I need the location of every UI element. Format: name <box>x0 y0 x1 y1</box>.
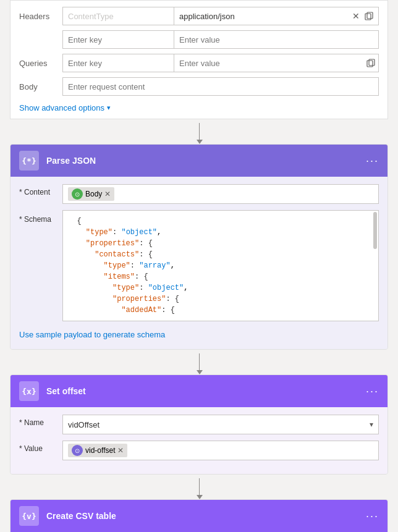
headers-empty-key-input[interactable] <box>62 30 174 49</box>
content-tag-close[interactable]: ✕ <box>104 190 111 198</box>
queries-row: Queries <box>19 54 379 72</box>
main-container: Headers application/json ✕ <box>0 0 398 532</box>
body-label: Body <box>19 82 62 91</box>
headers-label: Headers <box>19 12 62 21</box>
chevron-down-icon: ▾ <box>107 104 111 112</box>
schema-line-2: "type": "object", <box>68 227 373 238</box>
name-value-text: vidOffset <box>68 420 100 429</box>
parse-json-icon: {*} <box>19 151 39 171</box>
parse-json-header: {*} Parse JSON ··· <box>11 145 387 177</box>
queries-key-input[interactable] <box>62 54 174 72</box>
set-offset-header: {x} Set offset ··· <box>11 375 387 407</box>
connector-2 <box>0 350 398 374</box>
schema-content: { "type": "object", "properties": { "con… <box>68 216 373 316</box>
schema-line-4: "contacts": { <box>68 249 373 260</box>
headers-value-text[interactable]: application/json <box>174 9 351 23</box>
advanced-options-text: Show advanced options <box>19 103 104 112</box>
connector-3 <box>0 475 398 499</box>
create-csv-header: {v} Create CSV table ··· <box>11 500 387 532</box>
queries-input-group <box>62 54 379 72</box>
parse-json-menu-btn[interactable]: ··· <box>366 154 379 167</box>
schema-line-9: "addedAt": { <box>68 305 373 316</box>
body-input[interactable] <box>62 77 379 96</box>
content-body-tag: ⊙ Body ✕ <box>68 187 114 201</box>
content-field-row: * Content ⊙ Body ✕ <box>19 184 379 204</box>
schema-line-6: "items": { <box>68 271 373 282</box>
set-offset-icon: {x} <box>19 381 39 401</box>
name-field-row: * Name vidOffset ▾ <box>19 415 379 434</box>
schema-label: * Schema <box>19 210 62 224</box>
value-field-row: * Value ⊙ vid-offset ✕ <box>19 441 379 460</box>
http-request-card: Headers application/json ✕ <box>10 0 388 119</box>
headers-value-wrapper: application/json ✕ <box>174 7 379 25</box>
schema-scrollbar[interactable] <box>373 212 377 249</box>
headers-close-btn[interactable]: ✕ <box>351 10 361 22</box>
headers-empty-value-input[interactable] <box>174 30 379 49</box>
set-offset-card: {x} Set offset ··· * Name vidOffset ▾ * … <box>10 374 388 475</box>
set-offset-menu-btn[interactable]: ··· <box>366 385 379 398</box>
schema-line-1: { <box>68 216 373 227</box>
create-csv-icon: {v} <box>19 506 39 526</box>
body-row: Body <box>19 77 379 96</box>
schema-line-3: "properties": { <box>68 238 373 249</box>
headers-key-input[interactable] <box>62 7 174 25</box>
use-sample-link[interactable]: Use sample payload to generate schema <box>19 327 165 342</box>
vid-offset-tag-close[interactable]: ✕ <box>117 446 124 455</box>
arrow-down-1 <box>199 123 200 140</box>
queries-label: Queries <box>19 59 62 68</box>
parse-json-body: * Content ⊙ Body ✕ * Schema { "type": "o… <box>11 177 387 349</box>
headers-empty-input-group <box>62 30 379 49</box>
set-offset-title: Set offset <box>46 386 366 396</box>
vid-offset-tag-text: vid-offset <box>85 446 115 455</box>
parse-json-title: Parse JSON <box>46 156 366 166</box>
schema-line-7: "type": "object", <box>68 282 373 293</box>
schema-line-5: "type": "array", <box>68 260 373 271</box>
headers-empty-row <box>19 30 379 49</box>
content-tag-text: Body <box>85 190 102 198</box>
value-tag-input[interactable]: ⊙ vid-offset ✕ <box>62 441 379 460</box>
parse-json-card: {*} Parse JSON ··· * Content ⊙ Body ✕ * … <box>10 144 388 350</box>
headers-row: Headers application/json ✕ <box>19 7 379 25</box>
chevron-down-icon-2: ▾ <box>370 420 373 429</box>
connector-1 <box>0 119 398 144</box>
name-dropdown[interactable]: vidOffset ▾ <box>62 415 379 434</box>
vid-tag-icon: ⊙ <box>72 445 83 456</box>
queries-value-input[interactable] <box>174 54 379 72</box>
schema-textarea[interactable]: { "type": "object", "properties": { "con… <box>62 210 379 321</box>
create-csv-card: {v} Create CSV table ··· * From ⊙ contac… <box>10 499 388 532</box>
content-tag-input[interactable]: ⊙ Body ✕ <box>62 184 379 204</box>
name-label: * Name <box>19 415 62 427</box>
vid-offset-tag: ⊙ vid-offset ✕ <box>68 444 127 457</box>
headers-action-icons: ✕ <box>351 10 378 22</box>
queries-copy-btn[interactable] <box>365 57 376 69</box>
value-label: * Value <box>19 441 62 453</box>
arrow-down-3 <box>199 478 200 496</box>
arrow-down-2 <box>199 353 200 371</box>
content-label: * Content <box>19 184 62 196</box>
set-offset-body: * Name vidOffset ▾ * Value ⊙ vid-offset … <box>11 407 387 474</box>
headers-copy-btn[interactable] <box>363 11 375 22</box>
body-tag-icon: ⊙ <box>72 188 83 200</box>
headers-input-group: application/json ✕ <box>62 7 379 25</box>
create-csv-title: Create CSV table <box>46 511 366 521</box>
schema-field-row: * Schema { "type": "object", "properties… <box>19 210 379 321</box>
show-advanced-options-link[interactable]: Show advanced options ▾ <box>19 101 379 119</box>
create-csv-menu-btn[interactable]: ··· <box>366 510 379 523</box>
schema-line-8: "properties": { <box>68 293 373 305</box>
